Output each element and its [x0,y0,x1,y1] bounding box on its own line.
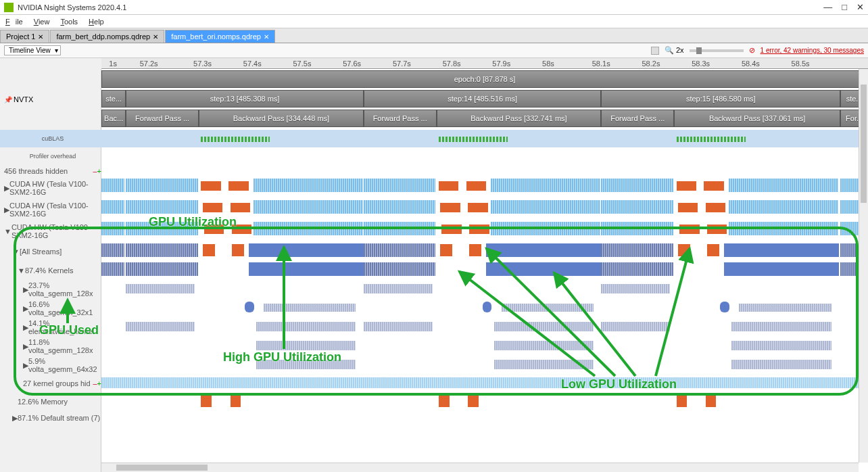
pin-icon[interactable]: 📌 [4,96,12,103]
track-k5 [101,356,868,375]
row-profiler[interactable]: Profiler overhead [0,147,101,165]
block-pass-2[interactable]: Backward Pass [334.448 ms] [199,110,364,127]
row-threads-hidden[interactable]: 456 threads hidden–+ [0,165,101,177]
close-button[interactable]: ✕ [857,2,864,12]
block-pass-3[interactable]: Forward Pass ... [364,110,437,127]
row-cuda-hw-1[interactable]: ▶CUDA HW (Tesla V100-SXM2-16G [0,199,101,220]
errors-link[interactable]: 1 error, 42 warnings, 30 messages [761,47,864,54]
error-icon: ⊘ [749,46,755,55]
close-icon[interactable]: ✕ [153,33,158,41]
row-labels: 📌 NVTX cuBLAS Profiler overhead 456 thre… [0,69,101,472]
block-step-0[interactable]: ste... [101,90,126,108]
block-step-2[interactable]: step:14 [485.516 ms] [364,90,602,108]
block-step-1[interactable]: step:13 [485.308 ms] [126,90,364,108]
row-default-stream[interactable]: ▶87.1% Default stream (7) [0,411,101,425]
row-k4[interactable]: ▶11.8% volta_sgemm_128x [0,337,101,356]
row-memory[interactable]: 12.6% Memory [0,392,101,411]
track-default-stream [101,411,868,425]
track-cuda-hw-1 [101,199,868,220]
track-kgroups [101,375,868,392]
block-pass-1[interactable]: Forward Pass ... [126,110,199,127]
timeline-content[interactable]: epoch:0 [87.878 s] ste...step:13 [485.30… [101,69,868,472]
nvtx-label: NVTX [14,95,33,103]
track-allstreams [101,242,868,261]
row-kernels[interactable]: ▼87.4% Kernels [0,261,101,280]
maximize-button[interactable]: □ [842,2,847,12]
block-step-3[interactable]: step:15 [486.580 ms] [601,90,840,108]
tabs: Project 1✕ farm_bert_ddp.nomps.qdrep✕ fa… [0,28,868,43]
scrollbar-horizontal[interactable] [101,463,859,472]
menu-file[interactable]: File [3,16,26,27]
zoom-slider[interactable] [690,49,744,52]
track-kernels [101,261,868,280]
view-mode-select[interactable]: Timeline View [4,45,61,55]
block-pass-0[interactable]: Bac... [101,110,126,127]
row-k3[interactable]: ▶14.1% elementwise_kernel [0,318,101,337]
tab-ddp[interactable]: farm_bert_ddp.nomps.qdrep✕ [50,30,164,43]
tab-ori[interactable]: farm_bert_ori.nomps.qdrep✕ [165,30,275,43]
nvtx-area: epoch:0 [87.878 s] ste...step:13 [485.30… [101,69,868,130]
app-icon [4,3,14,12]
track-memory [101,392,868,411]
time-ruler[interactable]: 1s 57.2s 57.3s 57.4s 57.5s 57.6s 57.7s 5… [101,58,868,69]
track-k4 [101,337,868,356]
layout-icon[interactable] [651,47,659,55]
row-cuda-hw-0[interactable]: ▶CUDA HW (Tesla V100-SXM2-16G [0,177,101,199]
menu-tools[interactable]: Tools [57,16,80,27]
track-k1 [101,280,868,299]
scrollbar-vertical[interactable] [859,69,868,463]
close-icon[interactable]: ✕ [38,33,43,41]
row-cublas[interactable]: cuBLAS [0,130,101,147]
block-epoch[interactable]: epoch:0 [87.878 s] [101,70,868,88]
row-k2[interactable]: ▶16.6% volta_sgemm_32x1 [0,299,101,318]
timeline-main: 📌 NVTX cuBLAS Profiler overhead 456 thre… [0,69,868,472]
row-all-streams[interactable]: ▼[All Streams] [0,242,101,261]
row-kernel-groups[interactable]: 27 kernel groups hid–+ [0,375,101,392]
row-k1[interactable]: ▶23.7% volta_sgemm_128x [0,280,101,299]
close-icon[interactable]: ✕ [264,33,269,41]
tab-project1[interactable]: Project 1✕ [0,30,49,43]
block-pass-6[interactable]: Backward Pass [337.061 ms] [674,110,840,127]
track-k3 [101,318,868,337]
track-threads [101,165,868,177]
block-pass-4[interactable]: Backward Pass [332.741 ms] [437,110,602,127]
menu-help[interactable]: Help [86,16,107,27]
zoom-label: 🔍 2x [665,46,684,55]
menu-view[interactable]: View [31,16,53,27]
track-cuda-hw-2 [101,220,868,242]
menubar: File View Tools Help [0,15,868,28]
window-title: NVIDIA Nsight Systems 2020.4.1 [18,3,823,11]
track-cuda-hw-0 [101,177,868,199]
track-k2 [101,299,868,318]
row-k5[interactable]: ▶5.9% volta_sgemm_64x32 [0,356,101,375]
track-profiler [101,147,868,165]
track-cublas [101,130,868,147]
toolbar: Timeline View 🔍 2x ⊘ 1 error, 42 warning… [0,43,868,58]
titlebar: NVIDIA Nsight Systems 2020.4.1 — □ ✕ [0,0,868,15]
block-pass-5[interactable]: Forward Pass ... [601,110,674,127]
minimize-button[interactable]: — [823,2,832,12]
row-cuda-hw-2[interactable]: ▼CUDA HW (Tesla V100-SXM2-16G [0,220,101,242]
